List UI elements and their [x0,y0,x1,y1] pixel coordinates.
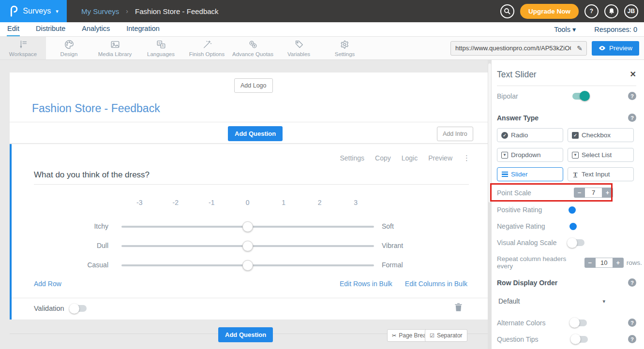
slider-track[interactable] [121,226,374,228]
slider-track[interactable] [121,264,374,266]
repeat-headers-suffix: rows. [627,259,642,266]
question-tips-label: Question Tips [497,335,539,343]
slider-handle[interactable] [242,221,253,232]
answer-type-row: Answer Type ? [497,114,636,122]
scale-label: -2 [158,199,194,206]
survey-canvas: Add Logo Fashion Store - Feedback Add Qu… [0,60,488,349]
tab-integration[interactable]: Integration [126,23,160,36]
slider-handle[interactable] [242,260,253,271]
questionpro-logo-icon [8,5,18,17]
slider-handle[interactable] [242,241,253,251]
question-text[interactable]: What do you think of the dress? [34,170,150,180]
kebab-menu-icon[interactable]: ⋮ [463,154,470,162]
bipolar-row: Bipolar ? [497,92,636,100]
point-scale-increment-button[interactable]: + [602,188,613,198]
help-icon[interactable]: ? [628,114,636,122]
toolbar-item-variables[interactable]: Variables [276,37,322,59]
answer-type-dropdown[interactable]: ▼ Dropdown [497,148,563,162]
help-icon[interactable]: ? [628,92,636,100]
validation-toggle[interactable] [70,305,87,312]
breadcrumb-my-surveys[interactable]: My Surveys [81,7,119,15]
scale-labels: -3 -2 -1 0 1 2 3 [121,199,374,206]
toolbar-right: ✎ Preview [450,37,644,59]
row-display-order-row: Row Display Order ? [497,278,636,287]
point-scale-decrement-button[interactable]: − [574,188,585,198]
visual-analog-toggle[interactable] [568,239,584,246]
negative-rating-color-swatch[interactable] [569,223,577,230]
edit-url-pencil-icon[interactable]: ✎ [573,44,586,52]
survey-url-input[interactable] [451,44,573,52]
toolbar-item-finish-options[interactable]: Finish Options [184,37,230,59]
answer-type-select-list[interactable]: ▼ Select List [568,148,634,162]
preview-button[interactable]: Preview [592,41,639,56]
upgrade-now-button[interactable]: Upgrade Now [520,4,579,19]
toolbar-item-settings[interactable]: Settings [322,37,368,59]
survey-title[interactable]: Fashion Store - Feedback [32,102,160,115]
answer-type-checkbox[interactable]: ✓ Checkbox [568,128,634,142]
toolbar-item-advance-quotas[interactable]: Advance Quotas [230,37,276,59]
scale-label: 3 [338,199,374,206]
toolbar-item-workspace[interactable]: Workspace [0,37,46,59]
add-question-button-bottom[interactable]: Add Question [218,327,273,342]
row-left-label: Casual [12,261,108,269]
image-icon [110,39,120,50]
separator-button[interactable]: ☑ Separator [425,329,467,342]
toolbar-item-media-library[interactable]: Media Library [92,37,138,59]
edit-rows-bulk-link[interactable]: Edit Rows in Bulk [340,280,392,288]
help-icon[interactable]: ? [628,335,636,343]
repeat-headers-value-input[interactable] [596,258,613,268]
radio-icon: ✓ [501,132,508,139]
question-settings-panel: Text Slider ✕ Bipolar ? Answer Type ? ✓ … [492,60,644,349]
answer-type-text-input[interactable]: T Text Input [568,167,634,181]
chevron-down-icon: ▾ [572,26,576,33]
answer-type-slider[interactable]: Slider [497,167,563,181]
notifications-button[interactable] [604,4,618,18]
question-settings-link[interactable]: Settings [340,154,364,162]
survey-url-box: ✎ [450,41,587,56]
visual-analog-label: Visual Analog Scale [497,239,557,247]
add-logo-button[interactable]: Add Logo [234,78,273,93]
slider-row-dull-vibrant: Dull Vibrant [12,241,490,251]
question-tips-toggle[interactable] [571,336,588,343]
workspace-icon [18,39,29,50]
answer-type-radio[interactable]: ✓ Radio [497,128,563,142]
slider-icon [501,171,508,178]
toolbar-item-design[interactable]: Design [46,37,92,59]
topbar: Surveys ▾ My Surveys › Fashion Store - F… [0,0,644,22]
nav-tabs: Edit Distribute Analytics Integration [0,23,160,36]
question-logic-link[interactable]: Logic [402,154,418,162]
search-button[interactable] [500,4,514,18]
survey-nav: Edit Distribute Analytics Integration To… [0,22,644,37]
toolbar-item-languages[interactable]: 文A Languages [138,37,184,59]
point-scale-value-input[interactable] [585,188,602,198]
repeat-headers-label: Repeat column headers every [497,255,581,270]
app-logo-surveys-menu[interactable]: Surveys ▾ [0,0,67,22]
repeat-headers-decrement-button[interactable]: − [584,258,596,268]
add-intro-button[interactable]: Add Intro [437,127,473,141]
bipolar-toggle[interactable] [572,93,589,100]
avatar[interactable]: JB [624,4,638,18]
delete-question-button[interactable] [454,303,463,312]
edit-columns-bulk-link[interactable]: Edit Columns in Bulk [405,280,467,288]
help-button[interactable]: ? [584,4,599,18]
eye-icon [599,45,606,51]
add-row-link[interactable]: Add Row [34,280,61,288]
scrollbar-thumb[interactable] [488,63,492,203]
repeat-headers-stepper: − + [584,258,624,268]
positive-rating-color-swatch[interactable] [569,206,576,214]
question-preview-link[interactable]: Preview [428,154,452,162]
tab-edit[interactable]: Edit [7,23,20,36]
alternate-colors-toggle[interactable] [570,320,587,326]
help-icon[interactable]: ? [628,319,636,327]
tab-analytics[interactable]: Analytics [81,23,110,36]
repeat-headers-increment-button[interactable]: + [613,258,624,268]
responses-count[interactable]: Responses: 0 [594,26,637,33]
tab-distribute[interactable]: Distribute [35,23,66,36]
row-display-order-select[interactable]: Default ▾ [497,296,608,307]
help-icon[interactable]: ? [628,278,636,287]
add-question-button-top[interactable]: Add Question [228,126,283,141]
slider-track[interactable] [121,245,374,247]
question-copy-link[interactable]: Copy [375,154,391,162]
close-icon[interactable]: ✕ [630,70,636,79]
tools-dropdown[interactable]: Tools ▾ [554,26,576,33]
